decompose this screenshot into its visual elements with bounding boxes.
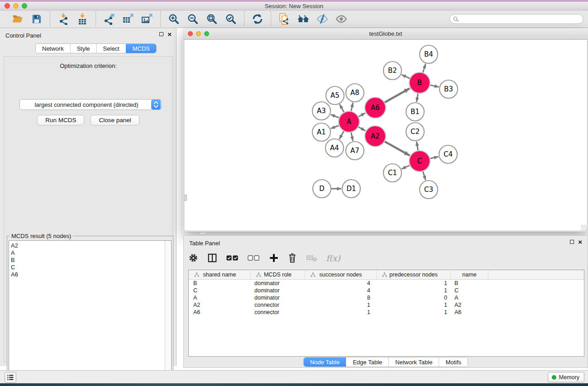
import-network-button[interactable]	[56, 12, 71, 26]
cell-name[interactable]: C	[451, 287, 488, 294]
export-image-button[interactable]	[139, 12, 155, 26]
node-A3[interactable]: A3	[312, 102, 330, 120]
tab-style[interactable]: Style	[70, 44, 96, 53]
node-D[interactable]: D	[313, 180, 331, 198]
horizontal-splitter-handle[interactable]	[200, 232, 206, 235]
task-history-button[interactable]	[5, 372, 16, 383]
edge-A-A5[interactable]	[339, 104, 344, 112]
node-B3[interactable]: B3	[440, 80, 458, 98]
mcds-result-scrollbar[interactable]	[165, 241, 171, 386]
node-B1[interactable]: B1	[406, 103, 424, 121]
cell-predecessor-nodes[interactable]: 1	[377, 280, 451, 286]
edge-B-B2[interactable]	[402, 75, 410, 78]
edge-A-A4[interactable]	[339, 131, 344, 139]
export-table-button[interactable]	[120, 12, 136, 26]
cell-name[interactable]: B	[451, 280, 488, 286]
network-window-titlebar[interactable]: testGlobe.txt	[183, 28, 588, 40]
unchecked-pair-button[interactable]	[248, 251, 260, 265]
tab-edge-table[interactable]: Edge Table	[346, 357, 388, 367]
node-C[interactable]: C	[409, 151, 430, 172]
tab-network-table[interactable]: Network Table	[388, 357, 439, 367]
mcds-result-item[interactable]: B	[11, 257, 163, 264]
node-A7[interactable]: A7	[346, 142, 364, 160]
node-A[interactable]: A	[339, 111, 359, 132]
column-header-name[interactable]: name	[451, 270, 488, 279]
gear-button[interactable]	[188, 251, 198, 265]
cell-predecessor-nodes[interactable]: 1	[377, 287, 451, 294]
edge-A-A1[interactable]	[331, 126, 339, 129]
column-header-predecessor-nodes[interactable]: predecessor nodes	[377, 270, 451, 279]
node-B4[interactable]: B4	[420, 45, 438, 63]
cell-name[interactable]: A2	[451, 302, 488, 308]
edge-A-A8[interactable]	[351, 103, 353, 111]
node-A5[interactable]: A5	[326, 86, 344, 105]
cell-MCDS-role[interactable]: dominator	[251, 295, 305, 301]
cell-name[interactable]: A6	[451, 309, 488, 315]
cell-shared-name[interactable]: C	[189, 287, 251, 294]
mcds-result-item[interactable]: C	[11, 264, 163, 271]
window-resize-handle[interactable]	[581, 225, 587, 230]
edge-A-A2[interactable]	[359, 127, 365, 131]
node-A2[interactable]: A2	[365, 126, 386, 147]
column-header-MCDS-role[interactable]: MCDS role	[251, 270, 305, 279]
open-file-button[interactable]	[10, 12, 25, 26]
import-table-button[interactable]	[75, 12, 90, 26]
column-header-successor-nodes[interactable]: successor nodes	[305, 270, 377, 279]
zoom-selected-button[interactable]	[223, 12, 239, 26]
tab-network[interactable]: Network	[36, 44, 70, 53]
columns-button[interactable]	[207, 251, 217, 265]
hide-selected-eye-button[interactable]	[315, 12, 330, 26]
float-panel-icon[interactable]	[159, 32, 163, 36]
show-all-eye-button[interactable]	[334, 12, 349, 26]
tab-select[interactable]: Select	[96, 44, 126, 53]
cell-MCDS-role[interactable]: dominator	[251, 287, 305, 294]
search-box[interactable]	[449, 14, 583, 24]
edge-A6-B[interactable]	[385, 88, 410, 102]
node-A6[interactable]: A6	[365, 97, 386, 118]
cell-predecessor-nodes[interactable]: 0	[377, 295, 451, 301]
tab-node-table[interactable]: Node Table	[304, 357, 346, 367]
trash-button[interactable]	[288, 251, 297, 265]
node-C2[interactable]: C2	[406, 123, 424, 141]
optimization-dropdown[interactable]: largest connected component (directed)	[19, 99, 162, 110]
edge-C-C1[interactable]	[402, 166, 410, 169]
close-panel-icon[interactable]: ×	[167, 32, 172, 36]
node-C1[interactable]: C1	[383, 164, 402, 182]
node-C3[interactable]: C3	[420, 181, 438, 199]
save-session-button[interactable]	[29, 12, 44, 26]
table-row[interactable]: Cdominator41C	[189, 287, 584, 294]
mcds-result-item[interactable]: A	[11, 249, 163, 257]
cell-successor-nodes[interactable]: 4	[305, 280, 377, 286]
cell-shared-name[interactable]: B	[189, 280, 251, 286]
cell-MCDS-role[interactable]: connector	[251, 309, 305, 315]
mcds-result-item[interactable]: A2	[11, 242, 163, 249]
table-delete-button[interactable]	[306, 251, 317, 265]
table-row[interactable]: A6connector11A6	[189, 309, 584, 316]
zoom-fit-button[interactable]	[204, 12, 220, 26]
edge-C-C4[interactable]	[430, 157, 438, 158]
node-A1[interactable]: A1	[312, 123, 330, 141]
cell-successor-nodes[interactable]: 1	[305, 309, 377, 315]
birdseye-splitter-handle[interactable]	[184, 195, 187, 201]
network-canvas[interactable]: B4 B2 B B3 A5 A8 A6 B1 A3 A A1 C2 A2	[184, 40, 588, 231]
tab-mcds[interactable]: MCDS	[126, 44, 156, 53]
edge-C-C2[interactable]	[416, 142, 418, 151]
edge-B-B3[interactable]	[430, 85, 439, 87]
float-table-panel-icon[interactable]	[570, 240, 574, 244]
cell-shared-name[interactable]: A	[189, 295, 251, 301]
edge-B-B1[interactable]	[416, 94, 418, 102]
cell-successor-nodes[interactable]: 4	[305, 287, 377, 294]
zoom-in-button[interactable]	[166, 12, 182, 26]
network-document-button[interactable]	[277, 12, 292, 26]
node-A8[interactable]: A8	[346, 84, 364, 102]
close-table-panel-icon[interactable]: ×	[578, 240, 582, 244]
plus-button[interactable]	[269, 251, 279, 265]
cell-name[interactable]: A	[451, 295, 488, 301]
edge-A-A6[interactable]	[359, 113, 365, 117]
column-header-shared-name[interactable]: shared name	[189, 270, 251, 279]
edge-A-A3[interactable]	[331, 114, 339, 118]
checked-pair-button[interactable]	[226, 251, 239, 265]
edge-A2-C[interactable]	[385, 142, 410, 156]
mcds-result-item[interactable]: A6	[11, 271, 163, 278]
cell-MCDS-role[interactable]: connector	[251, 302, 305, 308]
